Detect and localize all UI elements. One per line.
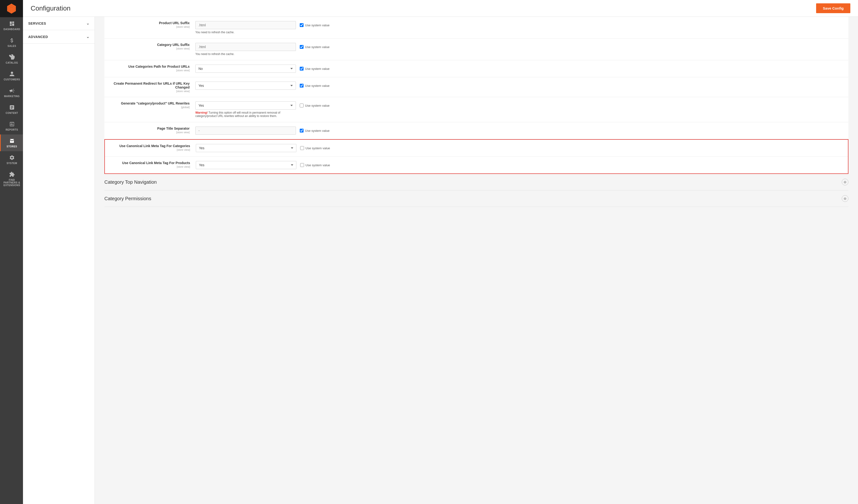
sidebar-item-sales[interactable]: SALES xyxy=(0,34,23,51)
config-scope-canonical-products: [store view] xyxy=(110,165,190,168)
main-area: Configuration Save Config SERVICES ⌄ ADV… xyxy=(23,0,858,504)
warning-body: Turning this option off will result in p… xyxy=(195,111,280,118)
product-url-suffix-input[interactable] xyxy=(195,21,296,29)
section-heading-category-top-nav[interactable]: Category Top Navigation ⊖ xyxy=(105,174,848,191)
config-scope-canonical-categories: [store view] xyxy=(110,148,190,151)
config-scope-create-permanent-redirect: [store view] xyxy=(109,90,190,93)
config-label-canonical-products: Use Canonical Link Meta Tag For Products xyxy=(110,161,190,165)
use-system-value-canonical-categories: Use system value xyxy=(300,146,330,150)
sidebar-item-label: STORES xyxy=(7,145,17,148)
use-system-value-checkbox[interactable] xyxy=(300,163,304,167)
use-system-value-checkbox[interactable] xyxy=(300,84,304,87)
extensions-icon xyxy=(9,171,15,178)
sidebar-item-content[interactable]: CONTENT xyxy=(0,101,23,118)
use-system-value-category-url-suffix: Use system value xyxy=(300,45,330,49)
sidebar-item-customers[interactable]: CUSTOMERS xyxy=(0,67,23,84)
sidebar-item-marketing[interactable]: MARKETING xyxy=(0,84,23,101)
use-system-value-checkbox[interactable] xyxy=(300,129,304,132)
warning-label: Warning! xyxy=(195,111,208,114)
sidebar-item-find-partners[interactable]: FIND PARTNERS & EXTENSIONS xyxy=(0,168,23,190)
nav-section-advanced-header[interactable]: ADVANCED ⌄ xyxy=(23,30,95,43)
marketing-icon xyxy=(9,87,15,94)
config-label-product-url-suffix: Product URL Suffix xyxy=(109,21,190,25)
use-system-value-page-title-separator: Use system value xyxy=(300,129,330,132)
config-rows-container: Product URL Suffix [store view] Use syst… xyxy=(105,17,848,174)
use-system-value-label: Use system value xyxy=(305,84,330,87)
sidebar-item-dashboard[interactable]: DASHBOARD xyxy=(0,17,23,34)
use-system-value-product-url-suffix: Use system value xyxy=(300,23,330,27)
sales-icon xyxy=(9,37,15,44)
canonical-categories-select[interactable]: Yes No xyxy=(196,144,296,152)
warning-text-generate-url-rewrites: Warning! Turning this option off will re… xyxy=(195,111,296,118)
config-scope-page-title-separator: [store view] xyxy=(109,131,190,134)
config-scope-category-url-suffix: [store view] xyxy=(109,47,190,50)
sidebar-item-label: SALES xyxy=(7,45,16,47)
use-system-value-checkbox[interactable] xyxy=(300,103,304,108)
use-system-value-label: Use system value xyxy=(305,129,330,132)
use-system-value-checkbox[interactable] xyxy=(300,146,304,150)
config-label-generate-url-rewrites: Generate "category/product" URL Rewrites xyxy=(109,101,190,105)
nav-section-advanced-label: ADVANCED xyxy=(28,35,48,39)
sidebar-item-label: FIND PARTNERS & EXTENSIONS xyxy=(2,179,21,186)
nav-section-advanced: ADVANCED ⌄ xyxy=(23,30,95,44)
section-heading-title-category-top-nav: Category Top Navigation xyxy=(105,179,157,185)
config-label-page-title-separator: Page Title Separator xyxy=(109,127,190,130)
table-row: Product URL Suffix [store view] Use syst… xyxy=(105,17,848,38)
create-permanent-redirect-select[interactable]: Yes No xyxy=(195,82,296,90)
sidebar-item-stores[interactable]: STORES xyxy=(0,134,23,151)
nav-section-services: SERVICES ⌄ xyxy=(23,17,95,30)
sidebar-item-reports[interactable]: REPORTS xyxy=(0,118,23,134)
table-row: Use Canonical Link Meta Tag For Categori… xyxy=(105,140,848,157)
sidebar-item-label: REPORTS xyxy=(6,128,18,131)
stores-icon xyxy=(9,138,15,144)
table-row: Use Categories Path for Product URLs [st… xyxy=(105,60,848,77)
section-heading-category-permissions[interactable]: Category Permissions ⊖ xyxy=(105,191,848,207)
page-title-separator-input[interactable] xyxy=(195,127,296,135)
collapse-icon: ⊖ xyxy=(842,179,848,185)
config-label-category-url-suffix: Category URL Suffix xyxy=(109,43,190,47)
use-system-value-label: Use system value xyxy=(305,45,330,49)
category-url-suffix-input[interactable] xyxy=(195,43,296,51)
section-heading-title-category-permissions: Category Permissions xyxy=(105,196,151,201)
chevron-down-icon: ⌄ xyxy=(86,21,90,26)
generate-url-rewrites-select[interactable]: Yes No xyxy=(195,101,296,110)
canonical-link-section: Use Canonical Link Meta Tag For Categori… xyxy=(105,139,848,174)
use-system-value-generate-url-rewrites: Use system value xyxy=(300,103,330,108)
catalog-icon xyxy=(9,54,15,60)
sidebar-item-system[interactable]: SYSTEM xyxy=(0,151,23,168)
use-system-value-checkbox[interactable] xyxy=(300,67,304,70)
logo xyxy=(0,0,23,17)
use-categories-path-select[interactable]: No Yes xyxy=(195,65,296,73)
nav-section-services-header[interactable]: SERVICES ⌄ xyxy=(23,17,95,30)
reports-icon xyxy=(9,121,15,127)
nav-section-services-label: SERVICES xyxy=(28,21,46,26)
canonical-products-select[interactable]: Yes No xyxy=(196,161,296,169)
sidebar-item-catalog[interactable]: CATALOG xyxy=(0,51,23,67)
dashboard-icon xyxy=(9,20,15,27)
main-content: Product URL Suffix [store view] Use syst… xyxy=(95,17,858,504)
content-icon xyxy=(9,104,15,111)
save-config-button[interactable]: Save Config xyxy=(816,3,851,13)
config-label-use-categories-path: Use Categories Path for Product URLs xyxy=(109,65,190,68)
use-system-value-checkbox[interactable] xyxy=(300,23,304,27)
config-label-canonical-categories: Use Canonical Link Meta Tag For Categori… xyxy=(110,144,190,148)
config-scope-product-url-suffix: [store view] xyxy=(109,26,190,28)
use-system-value-use-categories-path: Use system value xyxy=(300,67,330,70)
cache-note-category-url: You need to refresh the cache. xyxy=(195,52,848,56)
content-area: SERVICES ⌄ ADVANCED ⌄ Product URL Suffix… xyxy=(23,17,858,504)
table-row: Create Permanent Redirect for URLs if UR… xyxy=(105,77,848,97)
page-title: Configuration xyxy=(31,4,70,12)
system-icon xyxy=(9,155,15,161)
use-system-value-label: Use system value xyxy=(305,23,330,27)
table-row: Category URL Suffix [store view] Use sys… xyxy=(105,38,848,60)
sidebar-item-label: DASHBOARD xyxy=(4,28,20,31)
magento-logo-icon xyxy=(6,4,17,14)
use-system-value-checkbox[interactable] xyxy=(300,45,304,49)
header: Configuration Save Config xyxy=(23,0,858,17)
use-system-value-canonical-products: Use system value xyxy=(300,163,330,167)
cache-note-product-url: You need to refresh the cache. xyxy=(195,31,848,34)
use-system-value-label: Use system value xyxy=(305,163,330,167)
table-row: Use Canonical Link Meta Tag For Products… xyxy=(105,157,848,174)
use-system-value-label: Use system value xyxy=(305,67,330,70)
collapse-icon: ⊖ xyxy=(842,195,848,202)
